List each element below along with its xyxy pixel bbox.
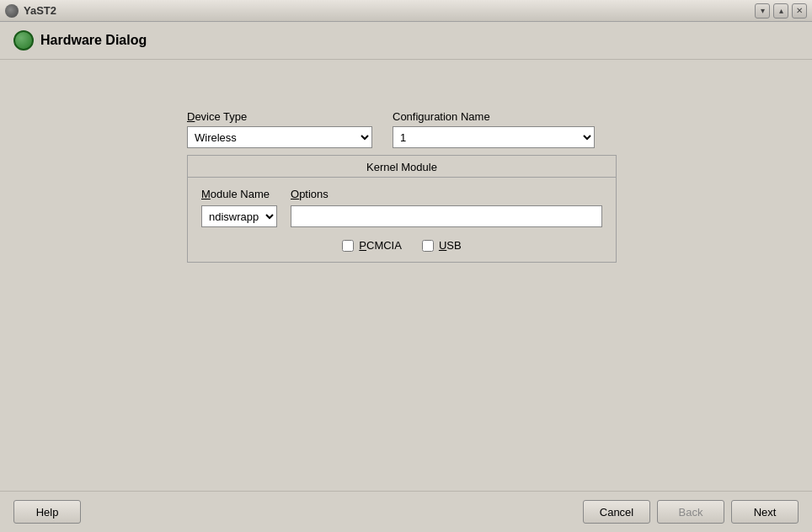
back-button[interactable]: Back	[657, 500, 724, 524]
form-container: Device Type Wireless Ethernet DSL ISDN M…	[187, 110, 625, 263]
device-type-group: Device Type Wireless Ethernet DSL ISDN M…	[187, 110, 372, 148]
main-content: Hardware Dialog Device Type Wireless Eth…	[0, 22, 812, 532]
device-type-select[interactable]: Wireless Ethernet DSL ISDN Modem	[187, 126, 372, 148]
cancel-button[interactable]: Cancel	[583, 500, 650, 524]
kernel-module-title: Kernel Module	[188, 156, 616, 178]
module-labels-row: Module Name Options	[201, 188, 602, 200]
pcmcia-checkbox[interactable]	[342, 240, 354, 252]
top-row: Device Type Wireless Ethernet DSL ISDN M…	[187, 110, 625, 148]
titlebar: YaST2 ▾ ▴ ✕	[0, 0, 812, 22]
usb-label: USB	[439, 239, 462, 252]
usb-checkbox[interactable]	[422, 240, 434, 252]
titlebar-controls: ▾ ▴ ✕	[755, 3, 807, 19]
pcmcia-label: PCMCIA	[359, 239, 402, 252]
button-bar-right: Cancel Back Next	[583, 500, 799, 524]
kernel-module-content: Module Name Options ndiswrapp ipw2100 ip…	[188, 178, 616, 262]
config-name-group: Configuration Name 1 2 3	[393, 110, 595, 148]
content-area: Device Type Wireless Ethernet DSL ISDN M…	[0, 60, 812, 491]
button-bar: Help Cancel Back Next	[0, 491, 812, 532]
device-type-label: Device Type	[187, 110, 372, 123]
config-name-label: Configuration Name	[393, 110, 595, 123]
titlebar-title: YaST2	[24, 4, 56, 17]
maximize-button[interactable]: ▴	[773, 3, 788, 19]
checkboxes-row: PCMCIA USB	[201, 239, 602, 252]
usb-checkbox-label[interactable]: USB	[422, 239, 462, 252]
module-name-select[interactable]: ndiswrapp ipw2100 ipw2200 ath5k iwl3945	[201, 205, 277, 227]
config-name-select[interactable]: 1 2 3	[393, 126, 595, 148]
close-button[interactable]: ✕	[792, 3, 807, 19]
options-label: Options	[291, 188, 329, 200]
dialog-title: Hardware Dialog	[40, 33, 147, 48]
help-button[interactable]: Help	[13, 500, 81, 524]
titlebar-app-icon	[5, 4, 19, 18]
module-inputs-row: ndiswrapp ipw2100 ipw2200 ath5k iwl3945	[201, 205, 602, 227]
minimize-button[interactable]: ▾	[755, 3, 770, 19]
yast-icon	[13, 30, 34, 51]
pcmcia-checkbox-label[interactable]: PCMCIA	[342, 239, 402, 252]
titlebar-left: YaST2	[5, 4, 56, 18]
kernel-module-box: Kernel Module Module Name Options	[187, 155, 617, 263]
next-button[interactable]: Next	[731, 500, 799, 524]
module-name-label: Module Name	[201, 188, 277, 200]
dialog-header: Hardware Dialog	[0, 22, 812, 60]
options-input[interactable]	[291, 205, 602, 227]
